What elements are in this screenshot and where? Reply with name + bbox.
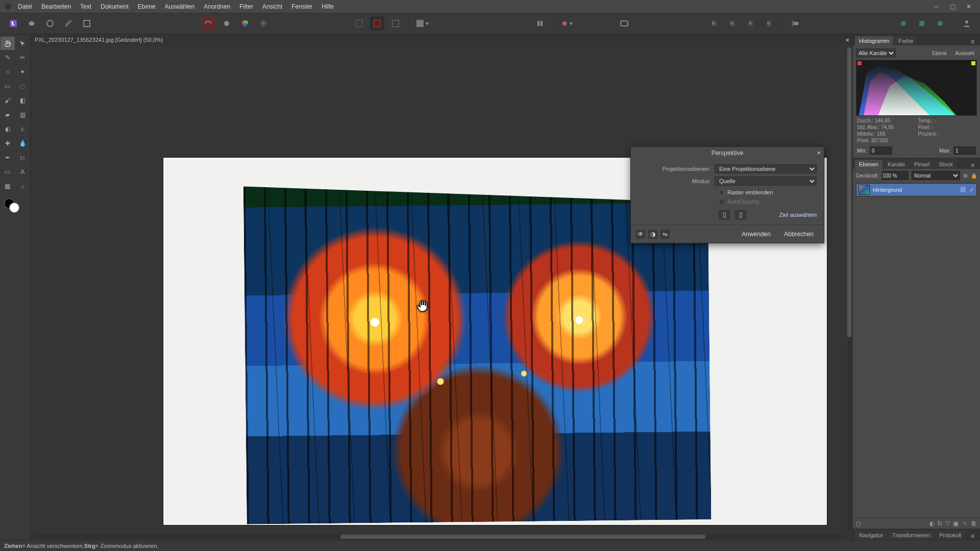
persona-develop-icon[interactable] xyxy=(43,16,57,31)
paint-brush-tool[interactable]: 🖌 xyxy=(1,94,15,107)
healing-tool[interactable]: ✚ xyxy=(1,137,15,150)
compare-toggle-icon[interactable]: ◑ xyxy=(648,230,657,239)
layer-link-icon[interactable]: ⛓ xyxy=(960,186,966,193)
show-grid-checkbox[interactable] xyxy=(719,190,724,195)
menu-hilfe[interactable]: Hilfe xyxy=(317,1,338,12)
planes-select[interactable]: Eine Projektionsebene xyxy=(715,164,817,173)
zoom-tool[interactable]: ⌕ xyxy=(16,180,30,193)
layers-panel-menu-icon[interactable]: ≡ xyxy=(971,162,978,169)
stock-icon[interactable] xyxy=(915,16,929,31)
menu-dokument[interactable]: Dokument xyxy=(96,1,133,12)
clone-tool[interactable]: ⎌ xyxy=(16,122,30,136)
cancel-button[interactable]: Abbrechen xyxy=(779,229,819,239)
max-input[interactable] xyxy=(953,146,976,155)
menu-filter[interactable]: Filter xyxy=(235,1,258,12)
panel-menu-icon[interactable]: ≡ xyxy=(971,38,978,45)
quick-mask-icon[interactable] xyxy=(617,16,631,31)
live-filter-icon[interactable]: ▽ xyxy=(945,520,950,527)
opacity-input[interactable] xyxy=(882,171,909,180)
selection-brush-tool[interactable]: ○ xyxy=(1,65,15,79)
tab-kanaele[interactable]: Kanäle xyxy=(884,160,909,169)
sync-cloud-icon[interactable] xyxy=(896,16,911,31)
fx-layer-icon[interactable]: fx xyxy=(938,520,942,527)
hist-scope-ebene[interactable]: Ebene xyxy=(929,49,949,57)
persona-liquify-icon[interactable] xyxy=(24,16,39,31)
preview-toggle-icon[interactable]: 👁 xyxy=(636,230,645,239)
blur-tool[interactable]: 💧 xyxy=(16,137,30,150)
account-icon[interactable] xyxy=(960,16,974,31)
adjustment-layer-icon[interactable]: ◐ xyxy=(929,520,935,527)
tab-ebenen[interactable]: Ebenen xyxy=(855,160,883,169)
white-balance-icon[interactable] xyxy=(219,16,234,31)
scope-icon[interactable] xyxy=(256,16,271,31)
snap-guides-icon[interactable] xyxy=(370,16,384,31)
align-left-icon[interactable] xyxy=(789,16,803,31)
layer-visible-icon[interactable]: ✓ xyxy=(969,186,974,193)
menu-anordnen[interactable]: Anordnen xyxy=(199,1,235,12)
tab-histogramm[interactable]: Histogramm xyxy=(855,36,893,45)
channels-color-icon[interactable] xyxy=(238,16,252,31)
menu-text[interactable]: Text xyxy=(76,1,96,12)
persona-export-icon[interactable] xyxy=(80,16,94,31)
marquee-tool[interactable]: ▭ xyxy=(1,80,15,93)
menu-ebene[interactable]: Ebene xyxy=(133,1,160,12)
arrange-forward-icon[interactable]: ⎘ xyxy=(743,16,757,31)
tab-pinsel[interactable]: Pinsel xyxy=(910,160,934,169)
menu-auswaehlen[interactable]: Auswählen xyxy=(160,1,199,12)
color-picker-tool[interactable]: ✎ xyxy=(1,51,15,64)
tab-farbe[interactable]: Farbe xyxy=(894,36,917,45)
fill-tool[interactable]: ▰ xyxy=(1,108,15,121)
apply-button[interactable]: Anwenden xyxy=(737,229,776,239)
tab-stock[interactable]: Stock xyxy=(935,160,957,169)
vertical-scrollbar[interactable] xyxy=(847,47,851,531)
pen-tool[interactable]: ✒ xyxy=(1,151,15,164)
flood-select-tool[interactable]: ✦ xyxy=(16,65,30,79)
before-view-icon[interactable]: ▯ xyxy=(719,210,730,219)
photo-assist-icon[interactable] xyxy=(201,16,215,31)
snapping-dropdown[interactable]: ▾ xyxy=(415,16,430,31)
tab-protokoll[interactable]: Protokoll xyxy=(935,531,965,540)
canvas-viewport[interactable]: Perspektive × Projektionsebenen: Eine Pr… xyxy=(31,45,852,540)
tab-navigator[interactable]: Navigator xyxy=(855,531,887,540)
align-panel-icon[interactable] xyxy=(533,16,547,31)
channel-select[interactable]: Alle Kanäle xyxy=(856,48,896,58)
foreground-color-swatch[interactable] xyxy=(9,203,19,213)
snap-grid-icon[interactable] xyxy=(352,16,366,31)
view-hand-tool[interactable] xyxy=(1,37,15,50)
persona-photo-icon[interactable] xyxy=(6,16,20,31)
menu-datei[interactable]: Datei xyxy=(13,1,37,12)
crop-tool[interactable]: ✂ xyxy=(16,51,30,64)
hist-scope-auswahl[interactable]: Auswahl xyxy=(952,49,977,57)
erase-tool[interactable]: ◧ xyxy=(16,94,30,107)
layer-row[interactable]: Hintergrund ⛓ ✓ xyxy=(856,183,977,196)
share-icon[interactable] xyxy=(933,16,947,31)
menu-ansicht[interactable]: Ansicht xyxy=(258,1,287,12)
layer-lock-icon[interactable]: 🔒 xyxy=(971,173,977,179)
dialog-close-button[interactable]: × xyxy=(817,149,821,157)
nav-panel-menu-icon[interactable]: ≡ xyxy=(971,533,978,540)
split-view-icon[interactable]: ▯ xyxy=(735,210,746,219)
blend-mode-select[interactable]: Normal xyxy=(912,171,960,180)
select-target-link[interactable]: Ziel auswählen xyxy=(779,212,817,218)
window-minimize-button[interactable]: ─ xyxy=(928,2,944,11)
document-tab-close[interactable]: × xyxy=(845,36,849,44)
mirror-toggle-icon[interactable]: ⇋ xyxy=(660,230,670,239)
arrange-front-icon[interactable]: ⎗ xyxy=(762,16,776,31)
min-input[interactable] xyxy=(870,146,892,155)
window-maximize-button[interactable]: ▢ xyxy=(944,2,961,11)
shape-tool[interactable]: ▭ xyxy=(1,165,15,179)
freehand-select-tool[interactable]: ◌ xyxy=(16,80,30,93)
dialog-titlebar[interactable]: Perspektive × xyxy=(631,147,824,159)
document-tab[interactable]: PXL_20230127_135623241.jpg [Geändert] (5… xyxy=(31,34,852,45)
tab-transformieren[interactable]: Transformieren xyxy=(888,531,934,540)
add-layer-icon[interactable]: ＋ xyxy=(962,519,968,528)
snap-all-icon[interactable] xyxy=(388,16,403,31)
text-tool[interactable]: A xyxy=(16,165,30,179)
mask-layer-icon[interactable]: ◻ xyxy=(856,520,861,527)
mesh-warp-tool[interactable]: ▦ xyxy=(1,180,15,193)
node-tool[interactable]: ▷ xyxy=(16,151,30,164)
menu-fenster[interactable]: Fenster xyxy=(287,1,317,12)
horizontal-scrollbar[interactable] xyxy=(33,535,843,539)
arrange-backward-icon[interactable]: ⎗ xyxy=(725,16,739,31)
window-close-button[interactable]: ✕ xyxy=(961,2,977,11)
